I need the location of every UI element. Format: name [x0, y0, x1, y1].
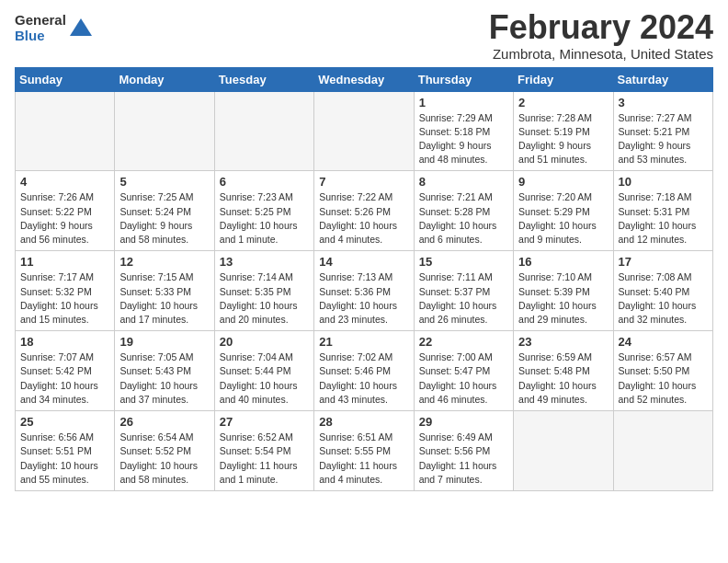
calendar-cell: 13Sunrise: 7:14 AM Sunset: 5:35 PM Dayli… [214, 251, 313, 331]
cell-text: Sunrise: 6:57 AM Sunset: 5:50 PM Dayligh… [619, 350, 708, 407]
header-cell-saturday: Saturday [613, 67, 712, 91]
day-number: 24 [619, 335, 708, 349]
day-number: 4 [20, 175, 109, 189]
calendar-cell: 7Sunrise: 7:22 AM Sunset: 5:26 PM Daylig… [314, 171, 414, 251]
week-row-3: 11Sunrise: 7:17 AM Sunset: 5:32 PM Dayli… [16, 251, 713, 331]
week-row-5: 25Sunrise: 6:56 AM Sunset: 5:51 PM Dayli… [16, 411, 713, 491]
cell-text: Sunrise: 7:22 AM Sunset: 5:26 PM Dayligh… [319, 190, 408, 247]
calendar-cell: 9Sunrise: 7:20 AM Sunset: 5:29 PM Daylig… [514, 171, 613, 251]
day-number: 17 [619, 255, 708, 269]
calendar-cell [613, 411, 712, 491]
logo: General Blue [15, 13, 94, 43]
cell-text: Sunrise: 7:11 AM Sunset: 5:37 PM Dayligh… [419, 270, 508, 327]
cell-text: Sunrise: 7:10 AM Sunset: 5:39 PM Dayligh… [518, 270, 608, 327]
header-cell-wednesday: Wednesday [314, 67, 414, 91]
calendar-cell: 12Sunrise: 7:15 AM Sunset: 5:33 PM Dayli… [115, 251, 214, 331]
title-section: February 2024 Zumbrota, Minnesota, Unite… [489, 9, 713, 62]
day-number: 20 [220, 335, 309, 349]
header-cell-sunday: Sunday [16, 67, 115, 91]
week-row-4: 18Sunrise: 7:07 AM Sunset: 5:42 PM Dayli… [16, 331, 713, 411]
calendar-table: SundayMondayTuesdayWednesdayThursdayFrid… [15, 67, 713, 491]
day-number: 21 [319, 335, 408, 349]
header-cell-thursday: Thursday [414, 67, 513, 91]
calendar-cell: 25Sunrise: 6:56 AM Sunset: 5:51 PM Dayli… [16, 411, 115, 491]
week-row-2: 4Sunrise: 7:26 AM Sunset: 5:22 PM Daylig… [16, 171, 713, 251]
cell-text: Sunrise: 7:05 AM Sunset: 5:43 PM Dayligh… [119, 350, 209, 407]
day-number: 25 [20, 415, 109, 429]
day-number: 3 [619, 96, 708, 109]
day-number: 15 [419, 255, 508, 269]
day-number: 26 [119, 415, 209, 429]
day-number: 8 [419, 175, 508, 189]
cell-text: Sunrise: 6:51 AM Sunset: 5:55 PM Dayligh… [319, 431, 408, 487]
cell-text: Sunrise: 7:23 AM Sunset: 5:25 PM Dayligh… [220, 190, 309, 247]
day-number: 22 [419, 335, 508, 349]
day-number: 10 [619, 175, 708, 189]
calendar-cell: 20Sunrise: 7:04 AM Sunset: 5:44 PM Dayli… [214, 331, 313, 411]
header-row: SundayMondayTuesdayWednesdayThursdayFrid… [16, 67, 713, 91]
calendar-cell: 16Sunrise: 7:10 AM Sunset: 5:39 PM Dayli… [514, 251, 613, 331]
header: General Blue February 2024 Zumbrota, Min… [15, 9, 713, 62]
logo-text: General Blue [15, 13, 66, 43]
day-number: 1 [419, 96, 508, 109]
day-number: 16 [518, 255, 608, 269]
logo-general: General [15, 13, 66, 29]
cell-text: Sunrise: 7:27 AM Sunset: 5:21 PM Dayligh… [619, 111, 708, 167]
cell-text: Sunrise: 6:49 AM Sunset: 5:56 PM Dayligh… [419, 431, 508, 487]
cell-text: Sunrise: 7:17 AM Sunset: 5:32 PM Dayligh… [20, 270, 109, 327]
day-number: 2 [518, 96, 608, 109]
cell-text: Sunrise: 6:56 AM Sunset: 5:51 PM Dayligh… [20, 431, 109, 487]
calendar-cell: 3Sunrise: 7:27 AM Sunset: 5:21 PM Daylig… [613, 91, 712, 171]
calendar-cell: 26Sunrise: 6:54 AM Sunset: 5:52 PM Dayli… [115, 411, 214, 491]
day-number: 23 [518, 335, 608, 349]
cell-text: Sunrise: 7:13 AM Sunset: 5:36 PM Dayligh… [319, 270, 408, 327]
cell-text: Sunrise: 7:00 AM Sunset: 5:47 PM Dayligh… [419, 350, 508, 407]
location-title: Zumbrota, Minnesota, United States [489, 46, 713, 62]
calendar-cell: 14Sunrise: 7:13 AM Sunset: 5:36 PM Dayli… [314, 251, 414, 331]
day-number: 9 [518, 175, 608, 189]
week-row-1: 1Sunrise: 7:29 AM Sunset: 5:18 PM Daylig… [16, 91, 713, 171]
calendar-cell: 11Sunrise: 7:17 AM Sunset: 5:32 PM Dayli… [16, 251, 115, 331]
day-number: 6 [220, 175, 309, 189]
calendar-cell: 29Sunrise: 6:49 AM Sunset: 5:56 PM Dayli… [414, 411, 513, 491]
calendar-cell: 18Sunrise: 7:07 AM Sunset: 5:42 PM Dayli… [16, 331, 115, 411]
cell-text: Sunrise: 6:59 AM Sunset: 5:48 PM Dayligh… [518, 350, 608, 407]
cell-text: Sunrise: 7:20 AM Sunset: 5:29 PM Dayligh… [518, 190, 608, 247]
calendar-cell: 24Sunrise: 6:57 AM Sunset: 5:50 PM Dayli… [613, 331, 712, 411]
calendar-cell [115, 91, 214, 171]
cell-text: Sunrise: 7:08 AM Sunset: 5:40 PM Dayligh… [619, 270, 708, 327]
cell-text: Sunrise: 7:29 AM Sunset: 5:18 PM Dayligh… [419, 111, 508, 167]
calendar-cell: 2Sunrise: 7:28 AM Sunset: 5:19 PM Daylig… [514, 91, 613, 171]
calendar-cell [16, 91, 115, 171]
day-number: 27 [220, 415, 309, 429]
calendar-cell: 15Sunrise: 7:11 AM Sunset: 5:37 PM Dayli… [414, 251, 513, 331]
calendar-cell: 1Sunrise: 7:29 AM Sunset: 5:18 PM Daylig… [414, 91, 513, 171]
cell-text: Sunrise: 6:54 AM Sunset: 5:52 PM Dayligh… [119, 431, 209, 487]
calendar-cell: 19Sunrise: 7:05 AM Sunset: 5:43 PM Dayli… [115, 331, 214, 411]
cell-text: Sunrise: 7:21 AM Sunset: 5:28 PM Dayligh… [419, 190, 508, 247]
logo-blue: Blue [15, 29, 66, 44]
header-cell-friday: Friday [514, 67, 613, 91]
cell-text: Sunrise: 7:14 AM Sunset: 5:35 PM Dayligh… [220, 270, 309, 327]
calendar-cell: 27Sunrise: 6:52 AM Sunset: 5:54 PM Dayli… [214, 411, 313, 491]
day-number: 5 [119, 175, 209, 189]
calendar-cell [214, 91, 313, 171]
calendar-cell: 28Sunrise: 6:51 AM Sunset: 5:55 PM Dayli… [314, 411, 414, 491]
calendar-cell [514, 411, 613, 491]
cell-text: Sunrise: 7:25 AM Sunset: 5:24 PM Dayligh… [119, 190, 209, 247]
day-number: 28 [319, 415, 408, 429]
calendar-cell: 8Sunrise: 7:21 AM Sunset: 5:28 PM Daylig… [414, 171, 513, 251]
cell-text: Sunrise: 7:26 AM Sunset: 5:22 PM Dayligh… [20, 190, 109, 247]
month-title: February 2024 [489, 9, 713, 46]
cell-text: Sunrise: 7:28 AM Sunset: 5:19 PM Dayligh… [518, 111, 608, 167]
calendar-cell: 6Sunrise: 7:23 AM Sunset: 5:25 PM Daylig… [214, 171, 313, 251]
cell-text: Sunrise: 7:02 AM Sunset: 5:46 PM Dayligh… [319, 350, 408, 407]
calendar-cell: 10Sunrise: 7:18 AM Sunset: 5:31 PM Dayli… [613, 171, 712, 251]
day-number: 7 [319, 175, 408, 189]
calendar-cell: 4Sunrise: 7:26 AM Sunset: 5:22 PM Daylig… [16, 171, 115, 251]
day-number: 19 [119, 335, 209, 349]
header-cell-tuesday: Tuesday [214, 67, 313, 91]
calendar-cell: 21Sunrise: 7:02 AM Sunset: 5:46 PM Dayli… [314, 331, 414, 411]
calendar-cell: 5Sunrise: 7:25 AM Sunset: 5:24 PM Daylig… [115, 171, 214, 251]
cell-text: Sunrise: 7:18 AM Sunset: 5:31 PM Dayligh… [619, 190, 708, 247]
